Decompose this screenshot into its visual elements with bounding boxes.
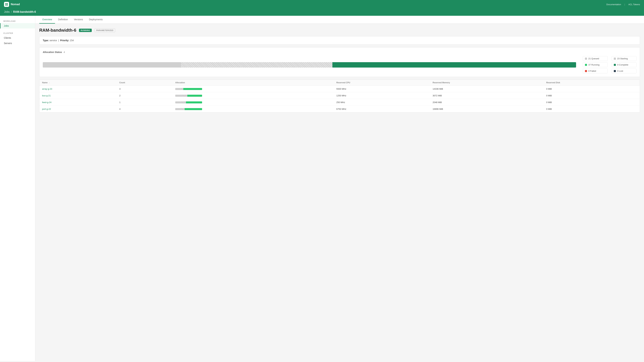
cell-disk: 0 MiB [544,92,640,99]
cell-memory: 14336 MiB [430,86,544,92]
mini-bar-starting [182,95,187,97]
main-content: Overview Definition Versions Deployments… [35,16,644,361]
main-layout: WORKLOAD Jobs CLUSTER Clients Servers Ov… [0,16,644,361]
col-name[interactable]: Name ↓ [40,80,116,86]
cell-name: port-g-22 [40,106,116,112]
top-nav: Nomad Documentation | ACL Tokens [0,0,644,9]
cell-allocation [172,92,334,99]
legend-dot-queued [585,58,587,60]
nav-divider: | [624,3,625,6]
cell-cpu: 1250 MHz [334,92,430,99]
cell-name: bus-g-21 [40,92,116,99]
sidebar: WORKLOAD Jobs CLUSTER Clients Servers [0,16,35,361]
table-row[interactable]: port-g-22 4 6750 MHz 16896 MiB 0 MiB [40,106,640,112]
table-row[interactable]: feed-g-24 1 250 MHz 2048 MiB 0 MiB [40,99,640,106]
mini-bar-starting [180,101,186,103]
task-groups-card: Queued 8 Starting 7 Ru [39,80,640,112]
priority-label: Priority: [60,39,69,42]
legend-running-label: 37 Running [588,63,600,66]
cell-memory: 3072 MiB [430,92,544,99]
page-title: RAM-bandwidth-6 [39,28,76,33]
breadcrumb-current: RAM-bandwidth-6 [13,10,36,13]
cell-count: 3 [116,86,172,92]
progress-queued [43,62,181,67]
legend-complete: 0 Complete [612,62,636,67]
page-title-row: RAM-bandwidth-6 RUNNING PARAMETERIZED [39,28,640,33]
legend-running: 37 Running [583,62,608,67]
cell-cpu: 5500 MHz [334,86,430,92]
legend-starting-label: 23 Starting [617,57,628,60]
legend-dot-complete [614,64,616,66]
legend-dot-failed [585,70,587,72]
type-value: service [50,39,57,42]
allocation-status-card: Allocation Status 4 21 Que [39,47,640,77]
cell-cpu: 250 MHz [334,99,430,106]
cell-name: feed-g-24 [40,99,116,106]
mini-bar-running [183,88,202,90]
cell-allocation [172,106,334,112]
cell-memory: 2048 MiB [430,99,544,106]
task-groups-table: Name ↓ Count Allocation Reserved CPU Res… [40,80,640,112]
mini-bar-queued [175,108,180,110]
status-badge: RUNNING [79,29,92,32]
mini-bar-running [187,95,202,97]
cell-count: 1 [116,99,172,106]
col-memory: Reserved Memory [430,80,544,86]
tab-definition[interactable]: Definition [55,16,71,24]
parameterized-badge: PARAMETERIZED [94,28,116,32]
table-row[interactable]: bus-g-21 2 1250 MHz 3072 MiB 0 MiB [40,92,640,99]
type-label: Type: [43,39,49,42]
mini-bar-running [186,101,202,103]
table-header-row: Name ↓ Count Allocation Reserved CPU Res… [40,80,640,86]
mini-bar-queued [175,101,180,103]
breadcrumb-separator: / [11,10,12,13]
sidebar-workload-label: WORKLOAD [0,19,35,23]
sort-icon: ↓ [49,81,50,84]
progress-running [332,62,576,67]
tab-versions[interactable]: Versions [71,16,86,24]
allocation-status-title: Allocation Status 4 [43,51,636,53]
cell-disk: 0 MiB [544,99,640,106]
breadcrumb: Jobs / RAM-bandwidth-6 [0,9,644,16]
table-row[interactable]: array-g-23 3 5500 MHz 14336 MiB 0 MiB [40,86,640,92]
cell-count: 4 [116,106,172,112]
acl-tokens-link[interactable]: ACL Tokens [628,3,640,6]
legend-complete-label: 0 Complete [617,63,628,66]
documentation-link[interactable]: Documentation [606,3,621,6]
sidebar-item-clients[interactable]: Clients [0,35,35,40]
legend-dot-lost [614,70,616,72]
sidebar-item-jobs[interactable]: Jobs [0,23,35,28]
allocation-progress-bar [43,62,576,67]
col-cpu: Reserved CPU [334,80,430,86]
cell-disk: 0 MiB [544,106,640,112]
logo-icon [4,2,9,7]
brand: Nomad [4,2,20,7]
mini-bar-queued [175,95,182,97]
svg-rect-1 [7,3,8,4]
breadcrumb-parent[interactable]: Jobs [4,10,10,13]
svg-rect-2 [5,4,6,5]
col-allocation: Allocation [172,80,334,86]
tab-overview[interactable]: Overview [39,16,55,24]
progress-starting [181,62,332,67]
info-card: Type: service | Priority: 154 [39,36,640,44]
mini-bar-starting [180,108,185,110]
brand-name: Nomad [11,3,20,6]
col-count[interactable]: Count [116,80,172,86]
legend-queued-label: 21 Queued [588,57,599,60]
col-disk: Reserved Disk [544,80,640,86]
cell-name: array-g-23 [40,86,116,92]
mini-bar-running [185,108,202,110]
page-content: RAM-bandwidth-6 RUNNING PARAMETERIZED Ty… [35,24,644,116]
legend-lost-label: 0 Lost [617,70,623,72]
legend-lost: 0 Lost [612,68,636,73]
cell-allocation [172,86,334,92]
legend-failed-label: 0 Failed [588,70,596,72]
legend-dot-running [585,64,587,66]
allocation-count: 4 [64,51,65,53]
tab-deployments[interactable]: Deployments [86,16,106,24]
cell-memory: 16896 MiB [430,106,544,112]
sidebar-item-servers[interactable]: Servers [0,40,35,46]
legend-queued: 21 Queued [583,56,608,61]
mini-bar-queued [175,88,180,90]
